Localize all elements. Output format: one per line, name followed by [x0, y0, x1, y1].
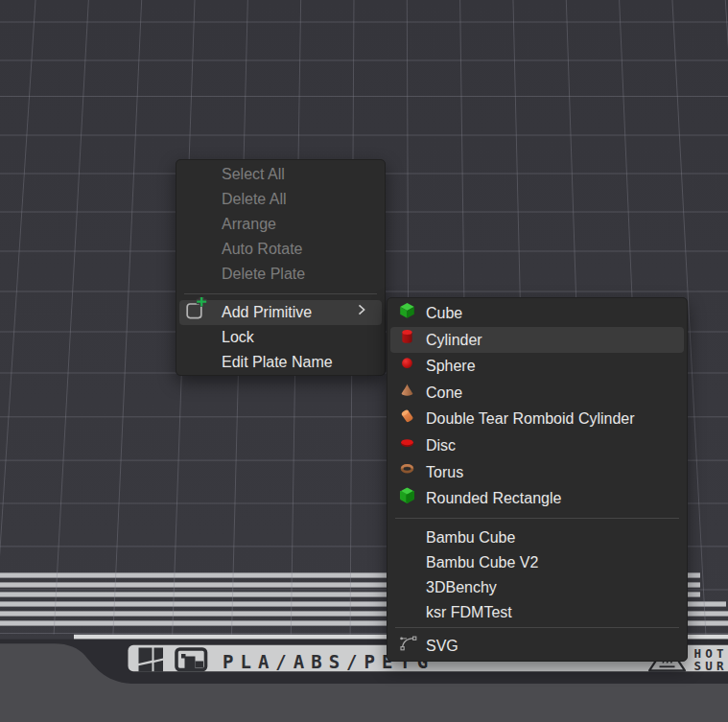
romboid-icon [399, 406, 415, 432]
menu-item-sphere[interactable]: Sphere [390, 353, 684, 380]
menu-item-cone[interactable]: Cone [390, 380, 684, 407]
menu-item-disc[interactable]: Disc [390, 432, 684, 459]
hot-surface-text-line2: SURFACE [694, 659, 728, 673]
menu-item-ksr-fdmtest[interactable]: ksr FDMTest [390, 600, 684, 625]
menu-item-label: Sphere [426, 353, 476, 380]
menu-item-label: Edit Plate Name [222, 350, 333, 375]
menu-item-delete-all[interactable]: Delete All [179, 187, 382, 212]
sphere-icon [399, 353, 415, 380]
menu-item-label: 3DBenchy [426, 575, 497, 600]
menu-item-label: Lock [222, 325, 254, 350]
menu-item-label: Bambu Cube V2 [426, 550, 538, 575]
menu-item-label: Disc [426, 432, 456, 459]
menu-item-3dbenchy[interactable]: 3DBenchy [390, 575, 684, 600]
menu-item-lock[interactable]: Lock [179, 325, 382, 350]
menu-item-edit-plate-name[interactable]: Edit Plate Name [179, 350, 382, 375]
menu-item-label: Cube [426, 300, 462, 327]
menu-item-rounded-rectangle[interactable]: Rounded Rectangle [390, 485, 684, 512]
menu-item-label: ksr FDMTest [426, 600, 512, 625]
menu-item-label: Add Primitive [222, 300, 312, 325]
menu-item-double-tear-romboid-cylinder[interactable]: Double Tear Romboid Cylinder [390, 406, 684, 432]
cylinder-icon [399, 327, 415, 354]
plate-context-menu: Select AllDelete AllArrangeAuto RotateDe… [176, 159, 386, 376]
menu-item-label: Double Tear Romboid Cylinder [426, 406, 635, 432]
cone-icon [399, 380, 415, 407]
menu-item-svg[interactable]: SVG [390, 634, 684, 659]
menu-item-auto-rotate[interactable]: Auto Rotate [179, 237, 382, 262]
menu-item-delete-plate[interactable]: Delete Plate [179, 262, 382, 287]
menu-item-label: Cylinder [426, 327, 482, 354]
menu-separator [395, 518, 679, 519]
menu-separator [395, 627, 679, 628]
menu-separator [184, 293, 377, 294]
cube-icon [399, 300, 415, 327]
bezier-icon [399, 633, 418, 660]
add-primitive-submenu: CubeCylinderSphereConeDouble Tear Romboi… [387, 297, 688, 662]
menu-item-label: SVG [426, 634, 458, 659]
menu-item-label: Delete Plate [222, 262, 305, 287]
disc-icon [399, 432, 415, 459]
menu-item-label: Auto Rotate [222, 237, 303, 262]
menu-item-label: Bambu Cube [426, 525, 515, 550]
menu-item-torus[interactable]: Torus [390, 459, 684, 486]
menu-item-bambu-cube-v2[interactable]: Bambu Cube V2 [390, 550, 684, 575]
submenu-arrow-icon [354, 300, 369, 325]
torus-icon [399, 459, 415, 486]
menu-item-arrange[interactable]: Arrange [179, 212, 382, 237]
rounded-rect-icon [399, 485, 415, 512]
menu-item-label: Arrange [222, 212, 276, 237]
menu-item-label: Rounded Rectangle [426, 485, 561, 512]
menu-item-label: Cone [426, 380, 462, 407]
menu-item-select-all[interactable]: Select All [179, 162, 382, 187]
menu-item-label: Delete All [222, 187, 287, 212]
menu-item-cylinder[interactable]: Cylinder [390, 327, 684, 354]
add-primitive-icon [185, 297, 210, 328]
menu-item-label: Torus [426, 459, 463, 486]
menu-item-add-primitive[interactable]: Add Primitive [179, 300, 382, 325]
menu-item-label: Select All [222, 162, 285, 187]
viewport-window: { "context_menu": { "items": [ {"label":… [0, 0, 728, 722]
menu-item-cube[interactable]: Cube [390, 300, 684, 327]
menu-item-bambu-cube[interactable]: Bambu Cube [390, 525, 684, 550]
